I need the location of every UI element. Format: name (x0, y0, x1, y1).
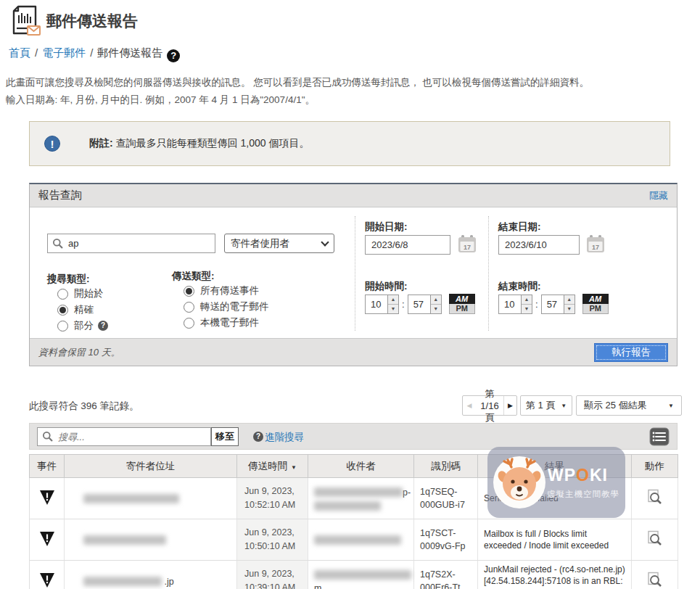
end-minute-input[interactable]: 57 (541, 294, 564, 314)
radio-icon (184, 302, 194, 313)
time-cell: Jun 9, 2023,10:39:10 AM (237, 561, 308, 589)
message-id-cell: 1q7S2X-000Er6-Tt (414, 561, 478, 589)
radio-partial[interactable]: 部分 ? (57, 319, 108, 332)
radio-icon (57, 321, 68, 331)
note-text: 查詢最多只能每種類型傳回 1,000 個項目。 (116, 137, 310, 149)
next-page-icon[interactable]: ▶ (503, 396, 516, 415)
query-search-input[interactable]: ap (47, 234, 215, 253)
radio-local-mail[interactable]: 本機電子郵件 (184, 316, 259, 329)
wpoki-subtitle: 虛擬主機空間教學 (547, 489, 619, 500)
match-count-text: 此搜尋符合 396 筆記錄。 (29, 400, 139, 413)
delivery-type-label: 傳送類型: (172, 270, 215, 283)
breadcrumb-home-link[interactable]: 首頁 (9, 46, 30, 59)
end-ampm-toggle[interactable]: AM PM (582, 294, 609, 314)
chevron-down-icon (321, 238, 329, 246)
end-date-calendar-icon[interactable]: 17 (585, 234, 606, 255)
start-minute-input[interactable]: 57 (408, 294, 431, 314)
search-icon (52, 238, 64, 250)
start-hour-stepper[interactable]: ▲▼ (388, 294, 399, 314)
panel-title: 報告查詢 (38, 189, 82, 202)
start-date-calendar-icon[interactable]: 17 (457, 234, 477, 255)
go-button[interactable]: 移至 (211, 427, 239, 446)
col-time[interactable]: 傳送時間▼ (237, 455, 308, 478)
partial-help-icon[interactable]: ? (98, 321, 108, 331)
radio-relayed-mail[interactable]: 轉送的電子郵件 (184, 300, 269, 313)
recipient-cell: m (308, 561, 414, 589)
caret-down-icon: ▼ (668, 403, 674, 409)
col-event[interactable]: 事件 (30, 455, 65, 478)
warning-event-icon[interactable] (38, 489, 56, 506)
end-date-label: 結束日期: (498, 221, 541, 234)
advanced-search-link[interactable]: 進階搜尋 (265, 431, 304, 444)
start-date-input[interactable]: 2023/6/8 (365, 235, 450, 255)
advanced-search-help-icon[interactable]: ? (253, 432, 263, 442)
col-recipient[interactable]: 收件者 (308, 455, 414, 478)
col-id[interactable]: 識別碼 (414, 455, 478, 478)
view-details-icon[interactable] (646, 530, 664, 548)
svg-text:17: 17 (464, 244, 471, 251)
report-query-panel: 報告查詢 隱藏 ap 寄件者使用者 搜尋類型: 開始於 (29, 183, 678, 366)
result-cell: Mailbox is full / Blocks limit exceeded … (478, 519, 632, 561)
caret-down-icon: ▼ (561, 403, 567, 409)
end-hour-stepper[interactable]: ▲▼ (522, 294, 532, 314)
wpoki-watermark: WPOKI 虛擬主機空間教學 (487, 447, 625, 518)
time-cell: Jun 9, 2023,10:52:10 AM (237, 478, 308, 519)
panel-footer: 資料會保留 10 天。 執行報告 (30, 338, 677, 366)
message-id-cell: 1q7SEQ-000GUB-i7 (414, 478, 478, 519)
page-size-select[interactable]: 顯示 25 個結果 ▼ (576, 395, 682, 416)
radio-exact[interactable]: 精確 (57, 303, 94, 316)
table-search-box[interactable] (37, 427, 211, 446)
panel-body: ap 寄件者使用者 搜尋類型: 開始於 精確 部分 ? 傳送類型: (30, 207, 677, 338)
view-details-icon[interactable] (646, 489, 664, 506)
prev-page-icon[interactable]: ◀ (463, 402, 476, 409)
search-type-label: 搜尋類型: (47, 273, 90, 286)
time-cell: Jun 9, 2023,10:50:10 AM (237, 519, 308, 561)
start-time-label: 開始時間: (365, 280, 408, 293)
note-box: ! 附註:查詢最多只能每種類型傳回 1,000 個項目。 (29, 121, 670, 166)
result-cell: JunkMail rejected - (rc4.so-net.ne.jp) [… (478, 561, 632, 589)
breadcrumb-email-link[interactable]: 電子郵件 (42, 46, 86, 59)
table-row: .jp Jun 9, 2023,10:39:10 AM m 1q7S2X-000… (30, 561, 678, 589)
sender-cell (65, 519, 237, 561)
warning-event-icon[interactable] (38, 530, 56, 548)
sort-desc-icon: ▼ (291, 464, 297, 471)
intro-line-1: 此畫面可讓您搜尋及檢閱您的伺服器傳送與接收的訊息。 您可以看到是否已成功傳送每封… (6, 74, 589, 91)
warning-event-icon[interactable] (38, 572, 56, 589)
search-icon (42, 431, 54, 442)
end-time-label: 結束時間: (498, 280, 541, 293)
end-minute-stepper[interactable]: ▲▼ (564, 294, 575, 314)
hide-link[interactable]: 隱藏 (649, 189, 668, 202)
start-hour-input[interactable]: 10 (365, 294, 388, 314)
view-details-icon[interactable] (646, 572, 664, 589)
radio-starts-with[interactable]: 開始於 (57, 287, 104, 300)
note-label: 附註: (89, 137, 113, 149)
svg-text:17: 17 (592, 244, 599, 251)
page-select[interactable]: 第 1 頁 ▼ (520, 395, 572, 416)
list-view-icon[interactable] (649, 427, 670, 446)
sender-cell (65, 478, 237, 519)
divider (488, 216, 489, 331)
wpoki-deer-logo (492, 455, 547, 510)
recipient-cell: p- (308, 478, 414, 519)
start-ampm-toggle[interactable]: AM PM (449, 294, 475, 314)
radio-icon-checked (184, 286, 194, 297)
col-sender[interactable]: 寄件者位址 (65, 455, 237, 478)
start-time-controls: 10 ▲▼ : 57 ▲▼ AM PM (365, 294, 475, 314)
search-field-select[interactable]: 寄件者使用者 (224, 234, 334, 253)
intro-line-2: 輸入日期為: 年, 月份, 月中的日. 例如，2007 年 4 月 1 日為"2… (6, 91, 589, 109)
radio-all-events[interactable]: 所有傳送事件 (184, 284, 259, 297)
page-indicator: 第 1/16 頁 (476, 387, 503, 424)
end-date-input[interactable]: 2023/6/10 (498, 235, 580, 255)
mail-delivery-report-page: 郵件傳送報告 首頁/電子郵件/郵件傳送報告? 此畫面可讓您搜尋及檢閱您的伺服器傳… (0, 0, 700, 589)
end-hour-input[interactable]: 10 (498, 294, 522, 314)
intro-text: 此畫面可讓您搜尋及檢閱您的伺服器傳送與接收的訊息。 您可以看到是否已成功傳送每封… (6, 74, 589, 109)
wpoki-brand-text: WPOKI (548, 466, 608, 485)
help-icon[interactable]: ? (167, 49, 180, 62)
breadcrumb-current: 郵件傳送報告 (97, 46, 162, 59)
run-report-button[interactable]: 執行報告 (594, 343, 668, 362)
col-action[interactable]: 動作 (632, 455, 678, 478)
divider (355, 216, 355, 331)
table-search-input[interactable] (58, 432, 210, 442)
retention-note: 資料會保留 10 天。 (38, 346, 120, 359)
start-minute-stepper[interactable]: ▲▼ (431, 294, 442, 314)
